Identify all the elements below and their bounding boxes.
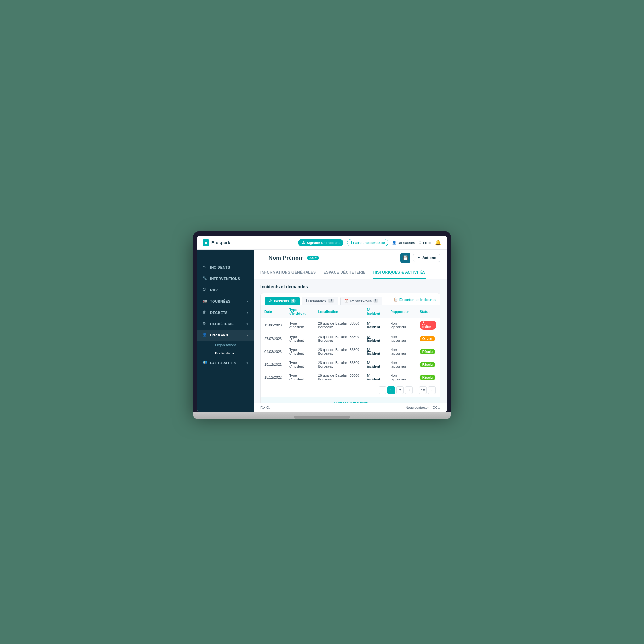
- faire-demande-button[interactable]: ℹ Faire une demande: [347, 239, 388, 246]
- back-arrow-button[interactable]: ←: [260, 255, 265, 261]
- sidebar-item-decheterie[interactable]: ♻ DÉCHÈTERIE ▼: [197, 318, 254, 330]
- sidebar-item-dechets[interactable]: 🗑 DÉCHETS ▼: [197, 307, 254, 318]
- save-icon: 💾: [403, 255, 408, 260]
- table-row: 15/12/2022 Type d'incident 26 quai de Ba…: [261, 371, 440, 384]
- page-header: ← Nom Prénom Actif 💾 ▼ Actions: [254, 250, 447, 266]
- tab-historiques-activites[interactable]: HISTORIQUES & ACTIVITÉS: [373, 266, 426, 279]
- pagination-dots: ...: [414, 388, 418, 392]
- page-title: Nom Prénom: [269, 255, 304, 261]
- sidebar-item-usagers[interactable]: 👤 USAGERS ▲: [197, 330, 254, 341]
- cell-localisation: 26 quai de Bacalan, 33800 Bordeaux: [314, 318, 363, 332]
- users-icon: 👤: [392, 241, 397, 245]
- table-header-numero: N° incident: [363, 305, 386, 318]
- cell-localisation: 26 quai de Bacalan, 33800 Bordeaux: [314, 332, 363, 345]
- billing-icon: 💶: [203, 360, 208, 365]
- export-incidents-button[interactable]: 📋 Exporter les incidents: [394, 297, 436, 304]
- tabs-bar: INFORMATIONS GÉNÉRALES ESPACE DÉCHÈTERIE…: [254, 266, 447, 279]
- sidebar-item-rdv[interactable]: ⏱ RDV: [197, 284, 254, 296]
- chevron-down-icon: ▼: [417, 256, 421, 260]
- table-row: 15/12/2022 Type d'incident 26 quai de Ba…: [261, 358, 440, 371]
- pagination-page-3[interactable]: 3: [405, 386, 413, 394]
- warning-icon: ⚠: [203, 265, 208, 270]
- svg-point-0: [205, 241, 207, 244]
- sub-tab-rendez-vous[interactable]: 📅 Rendez-vous 6: [340, 297, 382, 305]
- actions-button[interactable]: ▼ Actions: [413, 254, 440, 262]
- pagination-next[interactable]: ›: [428, 386, 436, 394]
- tab-espace-decheterie[interactable]: ESPACE DÉCHÈTERIE: [323, 266, 365, 279]
- cell-numero[interactable]: N° incident: [363, 318, 386, 332]
- contact-link[interactable]: Nous contacter: [406, 406, 429, 409]
- table-header-rapporteur: Rapporteur: [386, 305, 416, 318]
- pagination-prev[interactable]: ‹: [379, 386, 386, 394]
- pagination: ‹ 1 2 3 ... 10 ›: [261, 384, 440, 397]
- main-layout: ← ⚠ INCIDENTS 🔧 INTERVENTIONS ⏱ RDV: [197, 250, 447, 412]
- cell-numero[interactable]: N° incident: [363, 345, 386, 358]
- sub-tabs-bar: ⚠ Incidents 4 ℹ Demandes 13: [261, 293, 440, 305]
- incidents-section-title: Incidents et demandes: [260, 284, 440, 289]
- cell-rapporteur: Nom rapporteur: [386, 358, 416, 371]
- table-header-statut: Statut: [416, 305, 440, 318]
- signal-incident-button[interactable]: ⚠ Signaler un incident: [298, 239, 343, 246]
- faq-link[interactable]: F.A.Q.: [260, 406, 270, 409]
- cell-numero[interactable]: N° incident: [363, 371, 386, 384]
- sub-tab-incidents[interactable]: ⚠ Incidents 4: [265, 297, 300, 305]
- chevron-icon: ▼: [246, 300, 249, 303]
- gear-icon: ⚙: [419, 241, 422, 245]
- sidebar-item-particuliers[interactable]: Particuliers: [210, 349, 254, 357]
- cgu-link[interactable]: CGU: [433, 406, 440, 409]
- profil-nav-link[interactable]: ⚙ Profil: [419, 241, 431, 245]
- utilisateurs-nav-link[interactable]: 👤 Utilisateurs: [392, 241, 415, 245]
- create-incident-row: + Créer un incident: [261, 397, 440, 403]
- sidebar-item-facturation[interactable]: 💶 FACTURATION ▼: [197, 357, 254, 369]
- cell-localisation: 26 quai de Bacalan, 33800 Bordeaux: [314, 345, 363, 358]
- table-header-date: Date: [261, 305, 286, 318]
- tool-icon: 🔧: [203, 276, 208, 281]
- chevron-icon: ▼: [246, 322, 249, 326]
- cell-statut: À traiter: [416, 318, 440, 332]
- pagination-page-1[interactable]: 1: [387, 386, 395, 394]
- tab-informations-generales[interactable]: INFORMATIONS GÉNÉRALES: [260, 266, 316, 279]
- sidebar-item-incidents[interactable]: ⚠ INCIDENTS: [197, 262, 254, 273]
- cell-date: 27/07/2023: [261, 332, 286, 345]
- sidebar-item-organisations[interactable]: Organisations: [210, 341, 254, 349]
- cell-date: 15/12/2022: [261, 371, 286, 384]
- cell-type: Type d'incident: [286, 358, 314, 371]
- sidebar-back-button[interactable]: ←: [197, 250, 254, 262]
- content-scroll: Incidents et demandes ⚠ Incidents 4: [254, 279, 447, 403]
- cell-statut: Ouvert: [416, 332, 440, 345]
- sidebar: ← ⚠ INCIDENTS 🔧 INTERVENTIONS ⏱ RDV: [197, 250, 254, 412]
- truck-icon: 🚛: [203, 299, 208, 304]
- info-small-icon: ℹ: [306, 299, 307, 303]
- usagers-submenu: Organisations Particuliers: [197, 341, 254, 357]
- cell-type: Type d'incident: [286, 371, 314, 384]
- sub-tab-demandes[interactable]: ℹ Demandes 13: [302, 297, 338, 305]
- table-row: 27/07/2023 Type d'incident 26 quai de Ba…: [261, 332, 440, 345]
- cell-type: Type d'incident: [286, 345, 314, 358]
- cell-rapporteur: Nom rapporteur: [386, 371, 416, 384]
- sidebar-item-tournees[interactable]: 🚛 TOURNÉES ▼: [197, 296, 254, 307]
- cell-type: Type d'incident: [286, 332, 314, 345]
- cell-statut: Résolu: [416, 358, 440, 371]
- cell-numero[interactable]: N° incident: [363, 332, 386, 345]
- cell-statut: Résolu: [416, 371, 440, 384]
- sidebar-item-interventions[interactable]: 🔧 INTERVENTIONS: [197, 273, 254, 284]
- top-nav: Bluspark ⚠ Signaler un incident ℹ Faire …: [197, 236, 447, 250]
- cell-date: 19/08/2023: [261, 318, 286, 332]
- cell-numero[interactable]: N° incident: [363, 358, 386, 371]
- cell-rapporteur: Nom rapporteur: [386, 318, 416, 332]
- nav-actions: ⚠ Signaler un incident ℹ Faire une deman…: [298, 239, 441, 246]
- info-icon: ℹ: [351, 241, 352, 245]
- cell-type: Type d'incident: [286, 318, 314, 332]
- export-icon: 📋: [394, 297, 398, 302]
- logo-icon: [203, 239, 209, 246]
- clock-icon: ⏱: [203, 287, 208, 292]
- notification-bell-icon[interactable]: 🔔: [435, 239, 441, 246]
- save-button[interactable]: 💾: [400, 253, 410, 263]
- pagination-page-2[interactable]: 2: [396, 386, 404, 394]
- header-right-actions: 💾 ▼ Actions: [400, 253, 440, 263]
- logo-area: Bluspark: [203, 239, 230, 246]
- warning-icon: ⚠: [302, 241, 305, 245]
- cell-rapporteur: Nom rapporteur: [386, 345, 416, 358]
- cell-date: 15/12/2022: [261, 358, 286, 371]
- pagination-page-10[interactable]: 10: [419, 386, 427, 394]
